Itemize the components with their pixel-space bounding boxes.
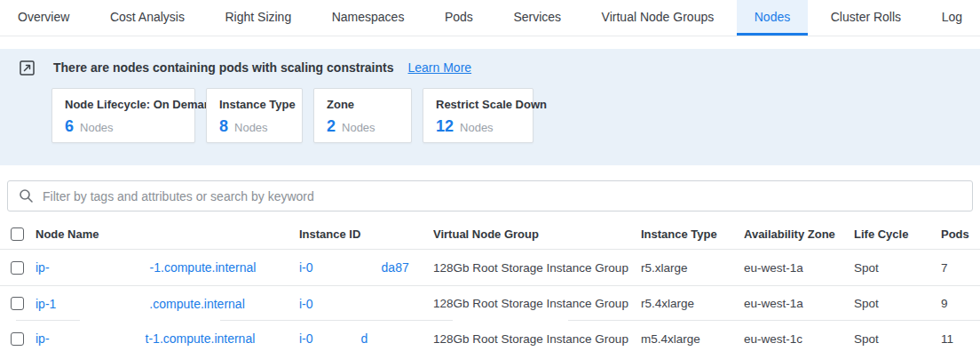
instance-type-cell: r5.4xlarge [641,297,744,310]
virtual-node-group-cell: 128Gb Root Storage Instance Group [433,261,641,275]
column-header-instance-type: Instance Type [641,227,744,241]
card-title: Node Lifecycle: On Demand [65,98,182,111]
row-divider-segment [16,320,80,321]
tab-namespaces[interactable]: Namespaces [314,0,423,36]
tab-virtual-node-groups[interactable]: Virtual Node Groups [584,0,732,36]
column-header-availability-zone: Availability Zone [744,227,854,241]
instance-id-link[interactable]: i-0 [299,260,313,275]
column-header-virtual-node-group: Virtual Node Group [433,227,641,241]
select-all-checkbox[interactable] [11,227,24,241]
search-input[interactable] [43,189,961,203]
instance-type-cell: r5.xlarge [641,261,744,275]
card-count: 6 [65,117,74,136]
node-name-link[interactable]: t-1.compute.internal [146,331,256,346]
redacted-text [313,332,361,345]
column-header-pods: Pods [941,227,980,241]
virtual-node-group-cell: 128Gb Root Storage Instance Group [433,332,641,346]
card-unit: Nodes [460,121,494,134]
constraint-card-zone[interactable]: Zone 2 Nodes [313,88,412,143]
table-row: ip-1 .compute.internal i-0 128Gb Root St… [0,285,980,321]
tab-log[interactable]: Log [924,0,980,36]
tab-bar: Overview Cost Analysis Right Sizing Name… [0,0,980,36]
pods-cell: 9 [941,297,980,310]
virtual-node-group-cell: 128Gb Root Storage Instance Group [433,297,641,310]
tab-cost-analysis[interactable]: Cost Analysis [92,0,202,36]
row-checkbox[interactable] [11,261,24,275]
tab-cluster-rolls[interactable]: Cluster Rolls [813,0,919,36]
card-title: Restrict Scale Down [436,98,520,111]
card-count: 2 [327,117,336,136]
constraint-cards: Node Lifecycle: On Demand 6 Nodes Instan… [51,88,960,143]
banner-message-row: There are nodes containing pods with sca… [20,58,960,77]
instance-type-cell: m5.4xlarge [641,332,744,346]
node-name-link[interactable]: .compute.internal [149,297,244,311]
card-count: 8 [219,117,228,136]
life-cycle-cell: Spot [854,261,941,275]
card-unit: Nodes [80,121,114,134]
tab-nodes[interactable]: Nodes [737,0,808,36]
learn-more-link[interactable]: Learn More [408,60,472,75]
banner-message: There are nodes containing pods with sca… [53,60,394,75]
instance-id-link[interactable]: d [361,331,368,346]
card-count: 12 [436,117,454,136]
instance-id-link[interactable]: i-0 [299,297,313,311]
life-cycle-cell: Spot [854,297,941,310]
column-header-life-cycle: Life Cycle [854,227,941,241]
table-header-row: Node Name Instance ID Virtual Node Group… [0,219,980,250]
redacted-text [50,332,146,345]
tab-right-sizing[interactable]: Right Sizing [207,0,309,36]
table-row: ip- -1.compute.internal i-0 da87 128Gb R… [0,250,980,285]
row-checkbox[interactable] [11,332,24,346]
column-header-instance-id: Instance ID [299,227,433,241]
card-title: Zone [327,98,399,111]
node-name-link[interactable]: ip- [36,260,50,275]
redacted-text [50,261,150,274]
availability-zone-cell: eu-west-1c [744,332,854,346]
scaling-constraint-icon [20,60,35,76]
card-unit: Nodes [342,121,375,134]
node-name-link[interactable]: ip-1 [36,297,56,311]
availability-zone-cell: eu-west-1a [744,297,854,310]
tab-overview[interactable]: Overview [0,0,87,36]
instance-id-link[interactable]: da87 [382,260,409,275]
table-row: ip- t-1.compute.internal i-0 d 128Gb Roo… [0,321,980,356]
search-icon [19,188,34,203]
tab-pods[interactable]: Pods [427,0,491,36]
instance-id-link[interactable]: i-0 [299,331,313,346]
constraint-card-instance-type[interactable]: Instance Type 8 Nodes [206,88,303,143]
availability-zone-cell: eu-west-1a [744,261,854,275]
node-name-link[interactable]: ip- [36,331,50,346]
redacted-text [56,298,149,310]
pods-cell: 7 [941,261,980,275]
node-name-link[interactable]: -1.compute.internal [150,260,257,275]
constraint-card-node-lifecycle[interactable]: Node Lifecycle: On Demand 6 Nodes [51,88,195,143]
row-checkbox[interactable] [11,297,24,310]
life-cycle-cell: Spot [854,332,941,346]
filter-search-bar[interactable] [7,180,973,211]
scaling-constraints-banner: There are nodes containing pods with sca… [0,49,980,165]
constraint-card-restrict-scale-down[interactable]: Restrict Scale Down 12 Nodes [423,88,533,143]
row-divider-segment [220,320,453,321]
card-title: Instance Type [219,98,289,111]
row-divider-segment [568,320,980,321]
column-header-node-name: Node Name [36,227,299,241]
nodes-table: Node Name Instance ID Virtual Node Group… [0,219,980,356]
redacted-text [313,261,382,274]
tab-services[interactable]: Services [495,0,579,36]
card-unit: Nodes [234,121,268,134]
pods-cell: 11 [941,332,980,346]
